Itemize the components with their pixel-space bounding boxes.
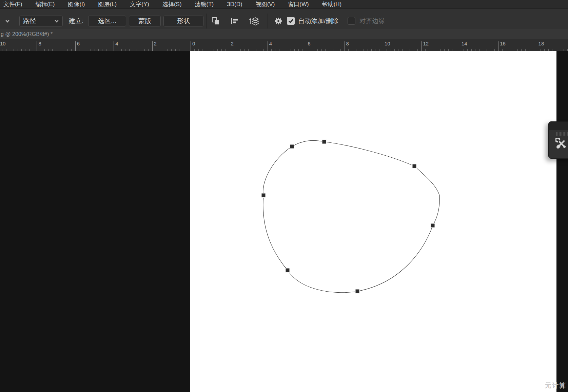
ruler-label: 2 xyxy=(154,41,157,46)
ruler-label: 16 xyxy=(500,41,506,46)
ruler-major-tick xyxy=(345,41,345,51)
anchor-point[interactable] xyxy=(286,269,290,272)
auto-add-delete-checkbox[interactable] xyxy=(287,17,295,25)
ruler-label: 10 xyxy=(0,41,6,46)
tool-preset-chevron-down-icon[interactable] xyxy=(5,19,10,23)
ruler-label: 6 xyxy=(308,41,310,46)
menu-file[interactable]: 文件(F) xyxy=(3,0,22,8)
tools-icon[interactable] xyxy=(555,138,568,151)
ruler-major-tick xyxy=(37,41,37,51)
ruler-major-tick xyxy=(460,41,460,51)
horizontal-ruler[interactable]: 108642024681012141618 xyxy=(0,39,568,51)
panel-grip xyxy=(549,132,568,136)
document-tab[interactable]: g @ 200%(RGB/8#) * xyxy=(0,31,53,37)
ruler-label: 8 xyxy=(346,41,349,46)
tools-flyout-panel[interactable]: ✕ xyxy=(548,121,568,159)
ruler-major-tick xyxy=(114,41,114,51)
path-operations-icon[interactable] xyxy=(211,17,220,25)
options-separator xyxy=(268,14,268,28)
options-separator xyxy=(206,14,207,28)
anchor-point[interactable] xyxy=(356,290,359,293)
gear-icon[interactable] xyxy=(274,17,283,25)
ruler-major-tick xyxy=(498,41,498,51)
make-mask-button[interactable]: 蒙版 xyxy=(129,16,161,26)
menu-type[interactable]: 文字(Y) xyxy=(130,0,149,8)
chevron-down-icon xyxy=(54,19,59,23)
ruler-major-tick xyxy=(306,41,306,51)
menu-layer[interactable]: 图层(L) xyxy=(98,0,117,8)
menu-window[interactable]: 窗口(W) xyxy=(288,0,309,8)
ruler-major-tick xyxy=(537,41,537,51)
auto-add-delete-label: 自动添加/删除 xyxy=(298,17,338,25)
ruler-label: 2 xyxy=(231,41,233,46)
pasteboard: ✕ 元计算 xyxy=(0,51,568,392)
menu-select[interactable]: 选择(S) xyxy=(162,0,182,8)
ruler-major-tick xyxy=(75,41,76,51)
ruler-label: 10 xyxy=(385,41,390,46)
menu-bar: 文件(F) 编辑(E) 图像(I) 图层(L) 文字(Y) 选择(S) 滤镜(T… xyxy=(0,0,568,8)
ruler-major-tick xyxy=(191,41,191,51)
ruler-major-tick xyxy=(421,41,422,51)
path-arrangement-icon[interactable] xyxy=(249,17,259,25)
tool-options-bar: 路径 建立: 选区... 蒙版 形状 xyxy=(0,8,568,29)
menu-image[interactable]: 图像(I) xyxy=(68,0,85,8)
make-shape-button[interactable]: 形状 xyxy=(163,16,203,26)
menu-3d[interactable]: 3D(D) xyxy=(227,0,242,8)
ruler-label: 4 xyxy=(269,41,272,46)
anchor-point[interactable] xyxy=(322,140,326,144)
anchor-point[interactable] xyxy=(431,224,435,228)
ruler-label: 0 xyxy=(192,41,195,46)
align-edges-label: 对齐边缘 xyxy=(359,17,385,25)
make-selection-button[interactable]: 选区... xyxy=(88,16,126,26)
menu-edit[interactable]: 编辑(E) xyxy=(36,0,55,8)
menu-help[interactable]: 帮助(H) xyxy=(322,0,342,8)
anchor-point[interactable] xyxy=(262,194,266,197)
anchor-point[interactable] xyxy=(290,145,294,149)
ruler-label: 18 xyxy=(538,41,544,46)
align-edges-checkbox[interactable] xyxy=(348,17,355,25)
ruler-label: 8 xyxy=(38,41,41,46)
document-canvas[interactable] xyxy=(190,51,556,392)
watermark: 元计算 xyxy=(545,381,566,390)
anchor-point[interactable] xyxy=(413,164,416,168)
ruler-label: 12 xyxy=(423,41,429,46)
path-alignment-icon[interactable] xyxy=(230,17,239,25)
document-tab-bar: g @ 200%(RGB/8#) * xyxy=(0,29,568,39)
tool-mode-select[interactable]: 路径 xyxy=(19,16,63,26)
pen-path[interactable] xyxy=(190,51,556,392)
flyout-panel-header[interactable]: ✕ xyxy=(549,122,568,130)
make-label: 建立: xyxy=(69,17,83,25)
ruler-major-tick xyxy=(268,41,268,51)
ruler-label: 6 xyxy=(77,41,80,46)
menu-filter[interactable]: 滤镜(T) xyxy=(195,0,214,8)
ruler-major-tick xyxy=(229,41,229,51)
check-icon xyxy=(288,19,294,23)
tool-mode-value: 路径 xyxy=(23,17,54,25)
options-separator xyxy=(15,14,15,28)
ruler-label: 14 xyxy=(462,41,467,46)
ruler-label: 4 xyxy=(115,41,118,46)
ruler-major-tick xyxy=(383,41,383,51)
ruler-major-tick xyxy=(152,41,153,51)
menu-view[interactable]: 视图(V) xyxy=(256,0,275,8)
